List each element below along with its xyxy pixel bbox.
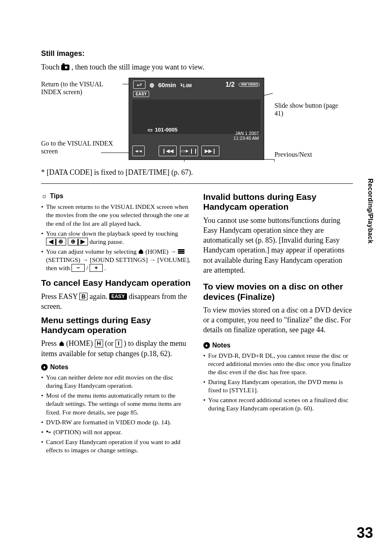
return-button-icon: ⮐	[133, 81, 145, 89]
text: Press	[41, 339, 59, 347]
text: Press EASY	[41, 292, 79, 301]
camera-icon	[61, 65, 69, 70]
notes-list-left: You can neither delete nor edit movies o…	[41, 373, 191, 454]
note-item: For DVD-R, DVD+R DL, you cannot reuse th…	[203, 352, 353, 376]
section-divider	[41, 183, 353, 184]
camera-lcd-screenshot: ⮐ ◍ 60min ┗1.0M 1/2 -RW VIDEO EASY ▭ 101…	[129, 78, 264, 160]
date-stamp: JAN 1 2007 11:23:45 AM	[233, 131, 259, 141]
notes-label: Notes	[50, 364, 68, 371]
tip-item: You can adjust volume by selecting (HOME…	[41, 248, 191, 272]
note-item: You can neither delete nor edit movies o…	[41, 373, 191, 390]
sc-folder: 101-0005	[155, 127, 178, 133]
finalize-body: To view movies stored on a disc on a DVD…	[203, 305, 353, 335]
cancel-body: Press EASY B again. EASY disappears from…	[41, 292, 191, 312]
menu-heading: Menu settings during Easy Handycam opera…	[41, 315, 191, 335]
label-return: Return (to the VISUAL INDEX screen)	[41, 80, 123, 96]
easy-pill: EASY	[109, 293, 127, 300]
side-tab: Recording/Playback	[367, 178, 374, 243]
note-item: (OPTION) will not appear.	[41, 428, 191, 436]
still-intro-b: , then touch the still image you want to…	[71, 63, 204, 71]
option-icon	[46, 430, 52, 435]
invalid-body: You cannot use some buttons/functions du…	[203, 215, 353, 276]
footnote-datacode: * [DATA CODE] is fixed to [DATE/TIME] (p…	[41, 168, 353, 177]
home-icon	[59, 340, 65, 346]
tips-icon	[41, 192, 48, 200]
tips-list: The screen returns to the VISUAL INDEX s…	[41, 203, 191, 272]
tip-text: /	[86, 264, 90, 271]
notes-header-right: ♦ Notes	[203, 342, 353, 349]
sc-media: -RW VIDEO	[239, 83, 260, 87]
notes-label: Notes	[212, 342, 231, 349]
sc-count: 1/2	[226, 81, 235, 88]
card-icon: ▭	[148, 127, 152, 133]
tip-item: The screen returns to the VISUAL INDEX s…	[41, 203, 191, 227]
still-images-heading: Still images:	[41, 49, 353, 58]
minus-button-icon: −	[71, 264, 85, 272]
notes-list-right: For DVD-R, DVD+R DL, you cannot reuse th…	[203, 352, 353, 413]
leader-line	[101, 153, 130, 153]
sc-time: 60min	[158, 81, 176, 88]
menu-body: Press (HOME) H (or I ) to display the me…	[41, 338, 191, 359]
invalid-heading: Invalid buttons during Easy Handycam ope…	[203, 192, 353, 212]
tip-text: You can adjust volume by selecting	[46, 248, 138, 255]
note-item: Cancel Easy Handycam operation if you wa…	[41, 438, 191, 454]
playback-diagram: Return (to the VISUAL INDEX screen) Go t…	[57, 78, 332, 164]
arrow-icon: →	[170, 248, 177, 255]
tip-text: [SOUND SETTINGS]	[90, 256, 150, 263]
note-item: Most of the menu items automatically ret…	[41, 391, 191, 416]
prev-button: ❙◀◀	[159, 146, 177, 156]
note-item: DVD-RW are formatted in VIDEO mode (p. 1…	[41, 418, 191, 426]
next-button: ▶▶❙	[201, 146, 219, 156]
sc-size: ┗1.0M	[180, 83, 191, 88]
tip-text: You can slow down the playback speed by …	[46, 230, 178, 237]
notes-icon: ♦	[203, 342, 210, 349]
notes-icon: ♦	[41, 364, 48, 370]
tip-item: You can slow down the playback speed by …	[41, 229, 191, 246]
tip-text: (HOME)	[145, 248, 170, 255]
text: (HOME)	[66, 339, 95, 347]
page-number: 33	[357, 524, 373, 542]
text: (or	[105, 339, 115, 347]
tips-header: Tips	[41, 192, 191, 200]
arrow-icon: →	[149, 256, 156, 263]
text: (OPTION) will not appear.	[53, 428, 122, 435]
note-item: During Easy Handycam operation, the DVD …	[203, 378, 353, 394]
tips-label: Tips	[50, 192, 64, 200]
still-intro: Touch , then touch the still image you w…	[41, 62, 353, 72]
cancel-heading: To cancel Easy Handycam operation	[41, 278, 191, 288]
visual-index-button: ◂▫◂	[132, 146, 145, 156]
slow-rev-icon: ◀❙⊕	[46, 238, 66, 245]
note-item: You cannot record additional scenes on a…	[203, 396, 353, 412]
right-column: Invalid buttons during Easy Handycam ope…	[203, 192, 353, 460]
still-intro-a: Touch	[41, 63, 61, 71]
folder-info: ▭ 101-0005	[148, 127, 178, 133]
slideshow-button: ▭►❙❙	[180, 146, 198, 156]
arrow-icon: →	[82, 256, 88, 263]
plus-button-icon: +	[90, 264, 103, 272]
key-h: H	[95, 340, 103, 347]
tip-text: .	[104, 264, 106, 271]
sc-clock-line: 11:23:45 AM	[233, 136, 259, 141]
left-column: Tips The screen returns to the VISUAL IN…	[41, 192, 191, 460]
settings-icon	[178, 249, 184, 254]
sc-date-line: JAN 1 2007	[233, 131, 259, 136]
label-prevnext: Previous/Next	[274, 151, 348, 158]
tip-text: (SETTINGS)	[46, 256, 82, 263]
slow-fwd-icon: ⊕❙▶	[68, 238, 88, 245]
finalize-heading: To view movies on a disc on other device…	[203, 282, 353, 301]
key-b: B	[79, 293, 88, 301]
disc-icon: ◍	[150, 82, 154, 88]
home-icon	[138, 248, 144, 254]
tip-text: during pause.	[90, 238, 124, 245]
text: again.	[90, 292, 109, 301]
label-slideshow: Slide show button (page 41)	[274, 102, 348, 117]
notes-header: ♦ Notes	[41, 364, 191, 371]
easy-badge: EASY	[133, 91, 149, 97]
key-i: I	[115, 340, 122, 347]
